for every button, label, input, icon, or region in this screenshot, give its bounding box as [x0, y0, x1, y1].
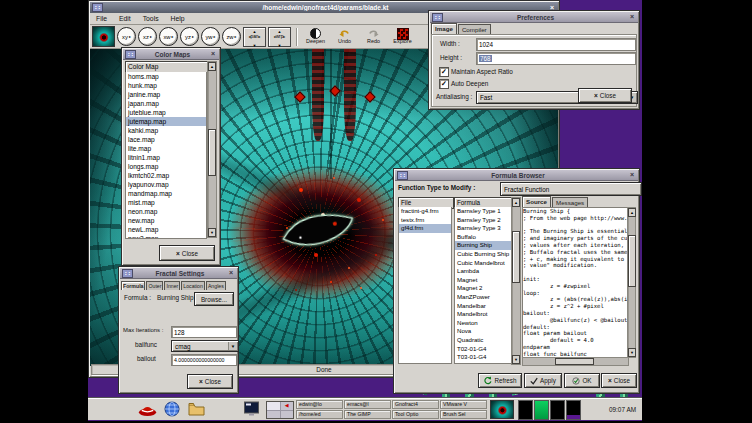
vertical-scrollbar[interactable]	[207, 61, 217, 238]
file-item[interactable]: gf4d.frm	[399, 224, 451, 233]
titlebar[interactable]: Color Maps	[123, 49, 219, 60]
tab[interactable]: Outer	[146, 281, 163, 290]
color-map-item[interactable]: lkmtch02.map	[126, 171, 206, 180]
tab[interactable]: Messages	[552, 197, 588, 207]
formula-item[interactable]: Newton	[455, 319, 511, 328]
scroll-down-icon[interactable]	[512, 355, 520, 364]
close-icon[interactable]	[628, 171, 636, 179]
scrollbar-thumb[interactable]	[628, 235, 636, 288]
max-iterations-field[interactable]: 128	[171, 326, 237, 338]
formula-item[interactable]: Barnsley Type 3	[455, 224, 511, 233]
color-map-item[interactable]: litnin1.map	[126, 153, 206, 162]
axis-rotate-button[interactable]: yz	[180, 27, 199, 46]
file-item[interactable]: testx.frm	[399, 216, 451, 225]
bailfunc-dropdown[interactable]: cmag	[171, 340, 239, 352]
close-icon[interactable]	[209, 50, 217, 58]
formula-item[interactable]: ManZPower	[455, 293, 511, 302]
axis-rotate-button[interactable]: yw	[201, 27, 220, 46]
scrollbar-thumb[interactable]	[208, 129, 216, 177]
arrow-down-icon[interactable]	[253, 39, 257, 48]
ok-button[interactable]: OK	[564, 373, 600, 388]
bailout-field[interactable]: 4.0000000000000000	[171, 354, 237, 366]
color-swatch[interactable]	[566, 400, 581, 420]
close-icon[interactable]	[227, 269, 235, 277]
menu-item[interactable]: File	[90, 15, 113, 22]
formula-item[interactable]: Burning Ship	[455, 241, 511, 250]
task-button[interactable]: /home/ed	[296, 410, 343, 419]
titlebar[interactable]: Fractal Settings	[120, 268, 237, 279]
refresh-button[interactable]: Refresh	[478, 373, 522, 388]
formula-item[interactable]: Nova	[455, 327, 511, 336]
scrollbar-thumb[interactable]	[555, 358, 595, 365]
close-button[interactable]: Close	[601, 373, 637, 388]
color-map-item[interactable]: longs.map	[126, 162, 206, 171]
color-swatch[interactable]	[550, 400, 565, 420]
axis-rotate-button[interactable]: xz	[138, 27, 157, 46]
window-menu-icon[interactable]	[122, 269, 133, 278]
task-button[interactable]: Brush Sel	[440, 410, 487, 419]
scroll-up-icon[interactable]	[208, 62, 216, 71]
formula-item[interactable]: T02-01-G4	[455, 345, 511, 354]
redo-button[interactable]: Redo	[360, 26, 387, 47]
color-map-item[interactable]: janine.map	[126, 90, 206, 99]
formula-item[interactable]: T03-01-G4	[455, 353, 511, 362]
apply-button[interactable]: Apply	[524, 373, 562, 388]
formula-item[interactable]: Quadratic	[455, 336, 511, 345]
direction-pad[interactable]: wrp	[268, 27, 291, 47]
color-map-item[interactable]: new.map	[126, 216, 206, 225]
scroll-up-icon[interactable]	[512, 198, 520, 207]
formula-item[interactable]: Mandelbrot	[455, 310, 511, 319]
color-swatch[interactable]	[518, 400, 533, 420]
color-map-item[interactable]: mist.map	[126, 198, 206, 207]
color-map-item[interactable]: neon.map	[126, 207, 206, 216]
formula-item[interactable]: Magnet 2	[455, 284, 511, 293]
tab[interactable]: Formula	[121, 281, 145, 290]
maintain-aspect-checkbox[interactable]	[439, 67, 449, 77]
file-item[interactable]: fractint-g4.frm	[399, 207, 451, 216]
color-map-item[interactable]: juteblue.map	[126, 108, 206, 117]
formula-item[interactable]: Cubic Mandelbrot	[455, 259, 511, 268]
color-map-item[interactable]: japan.map	[126, 99, 206, 108]
color-map-item[interactable]: jutemap.map	[126, 117, 206, 126]
color-map-item[interactable]: lyapunov.map	[126, 180, 206, 189]
function-type-dropdown[interactable]: Fractal Function	[500, 182, 642, 196]
formula-item[interactable]: Lambda	[455, 267, 511, 276]
color-map-item[interactable]: newL.map	[126, 225, 206, 234]
arrow-up-icon[interactable]	[278, 25, 282, 34]
axis-rotate-button[interactable]: xy	[117, 27, 136, 46]
horizontal-scrollbar[interactable]	[522, 357, 629, 366]
scroll-down-icon[interactable]	[628, 348, 636, 357]
undo-button[interactable]: Undo	[331, 26, 358, 47]
tab[interactable]: Source	[522, 196, 551, 207]
task-button[interactable]: Tool Optio	[392, 410, 439, 419]
task-button[interactable]: edwin@lo	[296, 400, 343, 409]
color-map-item[interactable]: kahki.map	[126, 126, 206, 135]
menu-item[interactable]: Help	[165, 15, 191, 22]
close-button[interactable]: Close	[578, 88, 632, 103]
tab[interactable]: Location	[181, 281, 205, 290]
file-manager-icon[interactable]	[188, 402, 205, 420]
browse-button[interactable]: Browse...	[194, 292, 234, 306]
window-menu-icon[interactable]	[432, 13, 443, 22]
formula-item[interactable]: Barnsley Type 2	[455, 216, 511, 225]
menu-item[interactable]: Edit	[113, 15, 137, 22]
vertical-scrollbar[interactable]	[627, 207, 636, 358]
color-map-item[interactable]: hunk.map	[126, 81, 206, 90]
menu-item[interactable]: Tools	[137, 15, 165, 22]
axis-rotate-button[interactable]: zw	[222, 27, 241, 46]
direction-pad[interactable]: pan	[243, 27, 266, 47]
height-field[interactable]: 768	[476, 52, 636, 65]
tab[interactable]: Compiler	[458, 24, 491, 34]
close-icon[interactable]	[628, 13, 636, 21]
window-menu-icon[interactable]	[397, 171, 408, 180]
task-button[interactable]: VMware V	[440, 400, 487, 409]
fractal-thumbnail-icon[interactable]	[490, 400, 514, 419]
scrollbar-thumb[interactable]	[512, 231, 520, 283]
red-hat-menu-icon[interactable]	[138, 401, 157, 421]
axis-rotate-button[interactable]: xw	[159, 27, 178, 46]
workspace-cell[interactable]	[281, 411, 294, 419]
close-button[interactable]: Close	[159, 245, 215, 261]
vertical-scrollbar[interactable]	[511, 197, 521, 365]
tab[interactable]: Angles	[206, 281, 226, 290]
scroll-up-icon[interactable]	[628, 208, 636, 217]
